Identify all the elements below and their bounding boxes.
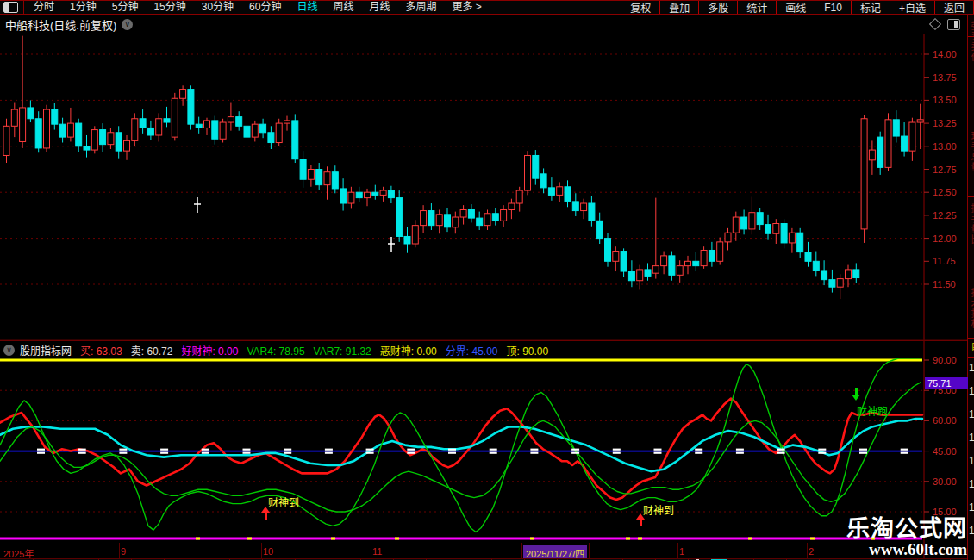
axis-cell-border — [119, 543, 120, 558]
price-label: 12.75 — [933, 165, 971, 175]
watermark-line2: www.60lt.com — [846, 541, 967, 558]
price-label: 12.00 — [933, 233, 971, 244]
indicator-collapse-icon[interactable]: ∨ — [3, 345, 15, 356]
strip-divider — [968, 128, 974, 128]
strip-divider — [968, 36, 974, 37]
strip-label: 自 — [968, 341, 974, 352]
sell-signal-arrow-icon — [852, 388, 860, 401]
price-label: 13.00 — [933, 141, 971, 152]
indicator-values: 买: 63.03卖: 60.72好财神: 0.00VAR4: 78.95VAR7… — [80, 343, 557, 358]
axis-cell-border — [371, 543, 371, 558]
strip-divider — [968, 338, 974, 339]
indicator-field-恶财神: 恶财神: 0.00 — [380, 345, 437, 358]
strip-digit: 1 — [969, 408, 974, 420]
watermark-line1: 乐淘公式网 — [846, 517, 967, 541]
strip-label: 委买卖价 — [968, 21, 974, 62]
indicator-field-顶: 顶: 90.00 — [507, 345, 549, 358]
strip-label: 现手总量 — [968, 131, 974, 172]
price-label: 13.75 — [933, 72, 971, 83]
chart-canvas[interactable] — [0, 0, 974, 560]
axis-month-label[interactable]: 10 — [263, 546, 273, 557]
indicator-field-好财神: 好财神: 0.00 — [181, 345, 238, 358]
axis-cell-border — [807, 543, 808, 558]
price-label: 14.00 — [933, 49, 971, 59]
price-label: 13.25 — [933, 118, 971, 128]
indicator-axis-label: 30.00 — [933, 476, 971, 487]
signal-text: 财神到 — [643, 502, 674, 517]
axis-month-label[interactable]: 1 — [679, 546, 684, 557]
strip-divider — [968, 283, 974, 283]
indicator-value-badge: 75.71 — [925, 377, 968, 389]
tdx-app-window: 分时1分钟5分钟15分钟30分钟60分钟日线周线月线多周期更多 > 复权叠加多股… — [0, 0, 974, 560]
axis-month-label[interactable]: 11 — [372, 546, 382, 557]
indicator-field-卖: 卖: 60.72 — [131, 345, 173, 358]
strip-digit: 1 — [969, 455, 974, 467]
indicator-axis-label: 90.00 — [933, 355, 971, 365]
indicator-header: ∨ 股朋指标网 买: 63.03卖: 60.72好财神: 0.00VAR4: 7… — [0, 340, 967, 358]
price-label: 11.75 — [933, 256, 971, 266]
indicator-axis-label: 45.00 — [933, 446, 971, 457]
axis-cell-border — [261, 543, 262, 558]
axis-cell-border — [677, 543, 678, 558]
strip-digit: 1 — [969, 362, 974, 374]
axis-cell-border — [589, 543, 590, 558]
signal-text: 财神到 — [268, 495, 299, 509]
strip-divider — [968, 357, 974, 358]
price-label: 13.50 — [933, 95, 971, 105]
axis-month-label[interactable]: 9 — [121, 546, 126, 557]
signal-text: 财神跑 — [857, 403, 888, 418]
indicator-axis-label: 60.00 — [933, 415, 971, 426]
strip-digit: 1 — [969, 385, 974, 397]
strip-digit: 1 — [969, 525, 974, 537]
strip-label: 技术指标 — [968, 288, 974, 329]
indicator-field-VAR4: VAR4: 78.95 — [247, 345, 304, 358]
price-label: 11.50 — [933, 279, 971, 289]
strip-divider — [968, 196, 974, 197]
indicator-name[interactable]: 股朋指标网 — [20, 343, 72, 358]
strip-digit: 1 — [969, 478, 974, 490]
watermark: 乐淘公式网 www.60lt.com — [846, 517, 967, 558]
axis-cell-border — [521, 543, 522, 558]
strip-digit: 1 — [969, 501, 974, 513]
price-label: 12.50 — [933, 187, 971, 197]
right-sidebar-strip[interactable]: 委买卖价现手总量换手量比技术指标自11111111 — [967, 15, 974, 560]
indicator-field-买: 买: 63.03 — [80, 345, 122, 358]
indicator-field-VAR7: VAR7: 91.32 — [314, 345, 371, 358]
axis-month-label[interactable]: 2 — [809, 546, 814, 557]
indicator-field-分界: 分界: 45.00 — [446, 345, 498, 358]
strip-digit: 1 — [969, 432, 974, 444]
strip-label: 换手量比 — [968, 203, 974, 245]
price-label: 12.25 — [933, 210, 971, 221]
